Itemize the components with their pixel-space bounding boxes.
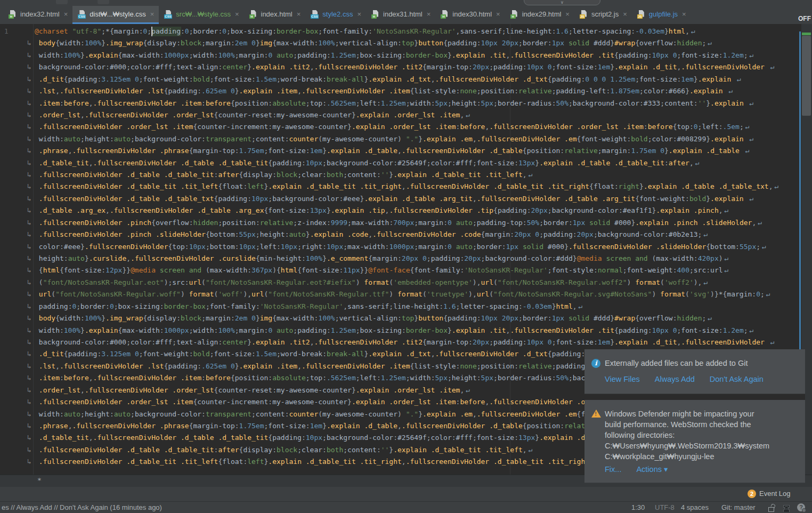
event-log-badge: 2 xyxy=(748,490,756,498)
soft-wrap-icon: ↵ xyxy=(765,290,770,298)
soft-wrap-icon: ↵ xyxy=(723,206,729,214)
tab-gulpfile-js[interactable]: JSgulpfile.js× xyxy=(632,6,691,24)
code-line[interactable]: ↳("font/NotoSansKR-Regular.eot");src:url… xyxy=(35,277,802,288)
notification-message: Windows Defender might be impacting your… xyxy=(605,408,797,462)
inspection-status-indicator[interactable] xyxy=(802,33,811,35)
close-icon[interactable]: × xyxy=(64,11,68,18)
soft-wrap-icon: ↵ xyxy=(760,243,766,251)
dont-ask-again-link[interactable]: Don't Ask Again xyxy=(710,375,764,383)
soft-wrap-icon: ↵ xyxy=(694,159,700,167)
close-icon[interactable]: × xyxy=(150,11,155,18)
close-icon[interactable]: × xyxy=(235,11,239,18)
soft-wrap-icon: ↵ xyxy=(464,386,470,394)
git-branch[interactable]: Git: master xyxy=(721,503,756,511)
code-line[interactable]: ↳.phrase,.fullscreenDivHolder .phrase{ma… xyxy=(35,145,802,157)
close-icon[interactable]: × xyxy=(623,11,627,18)
wrap-continuation-icon: ↳ xyxy=(27,434,31,442)
wrap-continuation-icon: ↳ xyxy=(27,147,31,155)
close-icon[interactable]: × xyxy=(297,11,301,18)
scrollbar-thumb[interactable] xyxy=(802,36,811,116)
tab-label: index31.html xyxy=(383,10,423,18)
tab-src-style-css[interactable]: CSSsrc₩...₩style.css× xyxy=(159,6,243,24)
code-line[interactable]: ↳body{width:100%}.img_wrap{display:block… xyxy=(35,37,802,49)
code-line[interactable]: ↳.fullscreenDivHolder .d_table_tit .tit_… xyxy=(35,181,802,193)
soft-wrap-icon: ↵ xyxy=(756,219,762,227)
soft-wrap-icon: ↵ xyxy=(577,302,583,310)
close-icon[interactable]: × xyxy=(427,11,431,18)
tab-index30-html[interactable]: Hindex30.html× xyxy=(435,6,505,24)
tab-style2-css[interactable]: CSSstyle2.css× xyxy=(305,6,366,24)
code-line[interactable]: ↳width:auto;height:auto;background-color… xyxy=(35,133,802,145)
code-line[interactable]: ↳background-color:#000;color:#fff;text-a… xyxy=(35,61,802,73)
code-line[interactable]: ↳width:100%}.explain{max-width:1000px;wi… xyxy=(35,50,802,61)
code-line[interactable]: ↳.fullscreenDivHolder .pinch .slideHolde… xyxy=(35,229,802,241)
code-line[interactable]: ↳.d_table_tit,.fullscreenDivHolder .d_ta… xyxy=(35,157,802,169)
view-files-link[interactable]: View Files xyxy=(605,375,640,383)
code-line[interactable]: ↳url("font/NotoSansKR-Regular.woff") for… xyxy=(35,288,802,300)
breadcrumb[interactable]: * xyxy=(37,476,42,484)
soft-wrap-icon: ↵ xyxy=(773,182,778,190)
code-line[interactable]: ↳.fullscreenDivHolder .d_table .d_table_… xyxy=(35,169,802,181)
code-line[interactable]: ↳padding:0;border:0;box-sizing:border-bo… xyxy=(35,301,802,312)
toolbar-fragment xyxy=(56,0,68,4)
wrap-continuation-icon: ↳ xyxy=(27,302,31,310)
soft-wrap-icon: ↵ xyxy=(706,39,712,47)
text-caret xyxy=(151,27,152,36)
tab-index32-html[interactable]: Hindex32.html× xyxy=(3,6,72,24)
code-line[interactable]: ↳height:auto}.curslide,.fullscreenDivHol… xyxy=(35,253,802,264)
code-line[interactable]: ↳.d_table .arg_ex,.fullscreenDivHolder .… xyxy=(35,205,802,217)
code-line[interactable]: ↳.order_lst,.fullscreenDivHolder .order_… xyxy=(35,109,802,121)
code-line[interactable]: ↳.fullscreenDivHolder .d_table .d_table_… xyxy=(35,193,802,205)
code-line[interactable]: ↳.fullscreenDivHolder .order_lst .item{c… xyxy=(35,121,802,133)
soft-wrap-icon: ↵ xyxy=(748,135,754,143)
code-line[interactable]: ↳.d_tit{padding:3.125em 0;font-weight:bo… xyxy=(35,74,802,85)
tab-dist-style-css[interactable]: CSSdist₩...₩style.css× xyxy=(72,6,159,24)
tab-index29-html[interactable]: Hindex29.html× xyxy=(505,6,574,24)
info-icon: i xyxy=(591,359,600,368)
actions-dropdown[interactable]: Actions ▾ xyxy=(636,465,668,474)
help-gear-icon[interactable]: ? xyxy=(797,503,805,511)
soft-wrap-icon: ↵ xyxy=(748,51,754,59)
event-log-button[interactable]: Event Log xyxy=(759,490,791,498)
notification-defender[interactable]: ! Windows Defender might be impacting yo… xyxy=(584,400,805,483)
tab-label: gulpfile.js xyxy=(649,10,678,18)
soft-wrap-icon: ↵ xyxy=(702,230,708,238)
tab-label: src₩...₩style.css xyxy=(176,10,231,18)
code-line[interactable]: ↳.item:before,.fullscreenDivHolder .item… xyxy=(35,98,802,109)
caret-position[interactable]: 1:30 xyxy=(631,503,645,511)
wrap-continuation-icon: ↳ xyxy=(27,362,31,370)
hector-inspector-icon[interactable] xyxy=(782,504,790,511)
code-line[interactable]: ↳width:100%}.explain{max-width:1000px;wi… xyxy=(35,325,802,336)
close-icon[interactable]: × xyxy=(357,11,361,18)
file-encoding[interactable]: UTF-8 xyxy=(655,503,675,511)
line-number: 1 xyxy=(4,26,9,37)
notification-git[interactable]: i Externally added files can be added to… xyxy=(584,349,805,394)
code-line[interactable]: ↳{html{font-size:12px}}@media screen and… xyxy=(35,264,802,276)
tab-script2-js[interactable]: JSscript2.js× xyxy=(574,6,632,24)
fix-link[interactable]: Fix... xyxy=(605,465,621,474)
notification-message: Externally added files can be added to G… xyxy=(605,358,797,368)
code-line[interactable]: ↳color:#eee}.fullscreenDivHolder{top:10p… xyxy=(35,241,802,253)
close-icon[interactable]: × xyxy=(565,11,570,18)
wrap-continuation-icon: ↳ xyxy=(27,410,31,418)
code-line[interactable]: ↳body{width:100%}.img_wrap{display:block… xyxy=(35,312,802,324)
lock-open-icon[interactable] xyxy=(767,504,775,511)
webstorm-window: ∨ Hindex32.html×CSSdist₩...₩style.css×CS… xyxy=(0,0,812,513)
close-icon[interactable]: × xyxy=(682,11,686,18)
tab-index31-html[interactable]: Hindex31.html× xyxy=(366,6,435,24)
close-icon[interactable]: × xyxy=(496,11,500,18)
code-line[interactable]: ↳background-color:#000;color:#fff;text-a… xyxy=(35,336,802,348)
soft-wrap-icon: ↵ xyxy=(527,171,533,179)
overlay-off-label: OFF xyxy=(798,15,811,22)
code-line[interactable]: ↳.fullscreenDivHolder .pinch{overflow:hi… xyxy=(35,217,802,229)
tab-index-html[interactable]: Hindex.html× xyxy=(244,6,306,24)
wrap-continuation-icon: ↳ xyxy=(27,75,31,83)
indent-setting[interactable]: 4 spaces xyxy=(681,503,709,511)
html-file-icon: H xyxy=(510,10,519,19)
wrap-continuation-icon: ↳ xyxy=(27,195,31,203)
wrap-continuation-icon: ↳ xyxy=(27,350,31,358)
code-line[interactable]: ↳.lst,.fullscreenDivHolder .lst{padding:… xyxy=(35,85,802,97)
code-line[interactable]: @charset "utf-8";*{margin:0;padding:0;bo… xyxy=(35,26,802,37)
always-add-link[interactable]: Always Add xyxy=(655,375,695,383)
soft-wrap-icon: ↵ xyxy=(748,326,754,334)
